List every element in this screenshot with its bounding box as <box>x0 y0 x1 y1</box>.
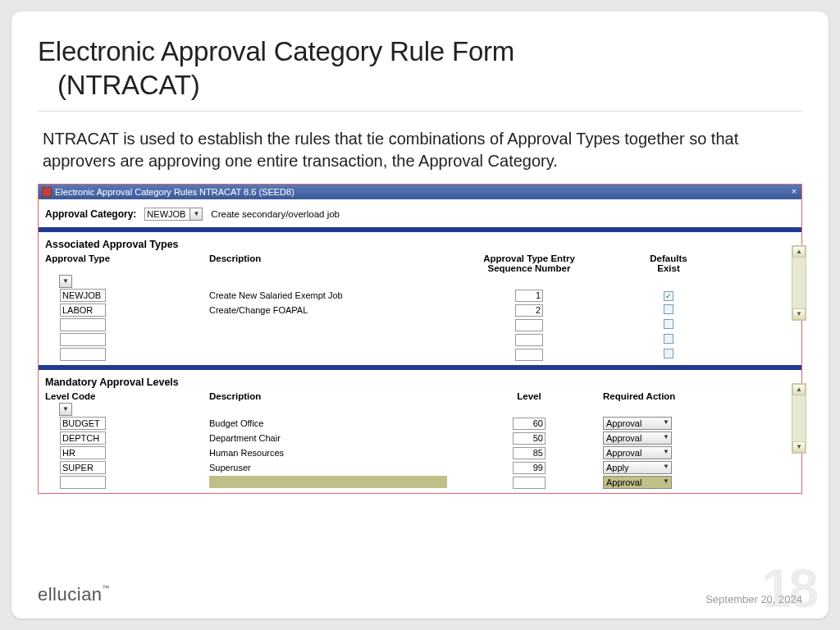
brand-logo: ellucian™ <box>38 584 110 605</box>
level-code[interactable] <box>60 461 106 474</box>
defaults-exist-checkbox[interactable] <box>664 334 673 344</box>
level-value[interactable] <box>513 477 546 489</box>
defaults-exist-checkbox[interactable] <box>664 319 673 329</box>
level-code-lov-button[interactable]: ▼ <box>59 403 72 416</box>
approval-category-code[interactable] <box>144 208 190 221</box>
scroll-down-icon[interactable]: ▼ <box>792 308 806 320</box>
col-sequence: Approval Type Entry Sequence Number <box>455 253 603 273</box>
levels-section-title: Mandatory Approval Levels <box>45 377 783 388</box>
level-desc: Department Chair <box>209 433 455 443</box>
assoc-approval-types-section: Associated Approval Types Approval Type … <box>39 232 790 365</box>
table-row: Department ChairApproval <box>45 431 783 445</box>
approval-type-desc: Create/Change FOAPAL <box>209 305 455 315</box>
table-row <box>45 348 783 362</box>
table-row: Create New Salaried Exempt Job✓ <box>45 289 783 303</box>
level-code[interactable] <box>60 446 106 459</box>
approval-type-code[interactable] <box>60 348 106 361</box>
approval-type-code[interactable] <box>60 289 106 302</box>
close-icon[interactable]: × <box>788 185 800 197</box>
scroll-down-icon[interactable]: ▼ <box>792 441 806 453</box>
approval-type-lov-button[interactable]: ▼ <box>59 275 72 288</box>
level-value[interactable] <box>513 432 546 445</box>
table-row: SuperuserApply <box>45 461 783 475</box>
approval-type-desc: Create New Salaried Exempt Job <box>209 290 455 300</box>
required-action-select[interactable]: Approval <box>603 431 672 445</box>
required-action-select[interactable]: Apply <box>603 461 672 474</box>
app-window: Electronic Approval Category Rules NTRAC… <box>38 184 802 494</box>
window-title: Electronic Approval Category Rules NTRAC… <box>55 187 294 197</box>
table-row <box>45 333 783 347</box>
level-code[interactable] <box>60 476 106 489</box>
col-level-desc: Description <box>209 391 455 401</box>
level-value[interactable] <box>513 447 546 459</box>
level-value[interactable] <box>513 462 546 474</box>
col-level-code: Level Code <box>45 391 209 401</box>
window-titlebar[interactable]: Electronic Approval Category Rules NTRAC… <box>39 185 801 199</box>
app-icon <box>42 187 52 197</box>
defaults-exist-checkbox[interactable] <box>664 349 673 358</box>
approval-category-desc: Create secondary/overload job <box>211 209 340 219</box>
level-desc: Budget Office <box>209 418 455 428</box>
slide-title-line1: Electronic Approval Category Rule Form <box>38 36 514 66</box>
footer: ellucian™ September 20, 2024 <box>38 584 802 605</box>
approval-type-code[interactable] <box>60 304 106 317</box>
divider <box>38 111 802 112</box>
assoc-scrollbar[interactable]: ▲ ▼ <box>792 245 806 321</box>
level-desc: Superuser <box>209 463 455 472</box>
col-required-action: Required Action <box>603 391 734 401</box>
sequence-number[interactable] <box>515 349 543 361</box>
sequence-number[interactable] <box>515 334 543 346</box>
col-description: Description <box>209 253 455 273</box>
table-row: Create/Change FOAPAL <box>45 304 783 317</box>
col-approval-type: Approval Type <box>45 253 209 273</box>
table-row-active: Approval <box>45 476 783 490</box>
table-row <box>45 318 783 332</box>
col-level: Level <box>455 391 603 401</box>
keyblock: Approval Category: ▼ Create secondary/ov… <box>39 199 801 227</box>
assoc-section-title: Associated Approval Types <box>45 239 783 250</box>
levels-scrollbar[interactable]: ▲ ▼ <box>792 383 806 454</box>
table-row: Budget OfficeApproval <box>45 417 783 431</box>
defaults-exist-checkbox[interactable]: ✓ <box>664 291 673 301</box>
slide-title-line2: (NTRACAT) <box>38 68 802 102</box>
defaults-exist-checkbox[interactable] <box>664 304 673 314</box>
approval-type-code[interactable] <box>60 333 106 346</box>
approval-category-lov-button[interactable]: ▼ <box>189 208 203 221</box>
table-row: Human ResourcesApproval <box>45 446 783 460</box>
slide-title: Electronic Approval Category Rule Form (… <box>38 34 802 103</box>
slide-body: NTRACAT is used to establish the rules t… <box>38 128 802 180</box>
approval-category-label: Approval Category: <box>45 208 136 220</box>
sequence-number[interactable] <box>515 304 543 317</box>
approval-type-code[interactable] <box>60 318 106 331</box>
sequence-number[interactable] <box>515 290 543 302</box>
footer-date: September 20, 2024 <box>705 593 802 605</box>
mandatory-levels-section: Mandatory Approval Levels Level Code Des… <box>39 370 790 493</box>
scroll-up-icon[interactable]: ▲ <box>792 384 806 395</box>
scroll-up-icon[interactable]: ▲ <box>792 246 806 258</box>
level-code[interactable] <box>60 417 106 430</box>
level-value[interactable] <box>513 418 546 430</box>
level-desc: Human Resources <box>209 448 455 458</box>
col-defaults: Defaults Exist <box>603 253 734 273</box>
required-action-select[interactable]: Approval <box>603 417 672 430</box>
sequence-number[interactable] <box>515 319 543 331</box>
level-desc-highlight <box>209 476 447 488</box>
level-code[interactable] <box>60 431 106 445</box>
required-action-select[interactable]: Approval <box>603 446 672 459</box>
required-action-select[interactable]: Approval <box>603 476 672 489</box>
